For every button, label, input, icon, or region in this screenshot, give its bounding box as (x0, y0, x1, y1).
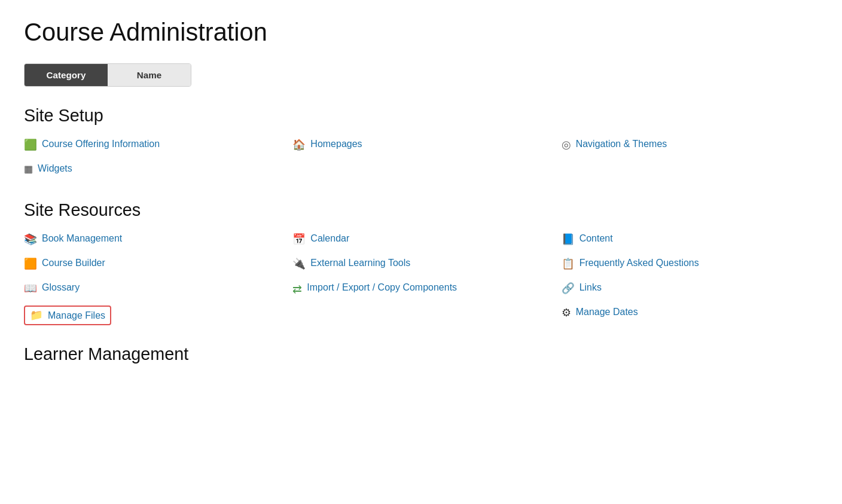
view-tabs: Category Name (24, 63, 191, 87)
course-offering-icon: 🟩 (24, 139, 37, 151)
widgets-link[interactable]: Widgets (38, 162, 72, 175)
link-glossary[interactable]: 📖 Glossary (24, 281, 280, 295)
link-navigation-themes[interactable]: ◎ Navigation & Themes (562, 138, 818, 151)
homepages-icon: 🏠 (292, 139, 306, 151)
glossary-link[interactable]: Glossary (42, 281, 80, 294)
links-link[interactable]: Links (579, 281, 602, 294)
manage-files-icon: 📁 (30, 309, 43, 322)
manage-files-link[interactable]: Manage Files (48, 310, 105, 321)
links-icon: 🔗 (562, 282, 575, 295)
faq-link[interactable]: Frequently Asked Questions (579, 256, 699, 270)
calendar-icon: 📅 (292, 233, 306, 246)
book-management-link[interactable]: Book Management (42, 232, 122, 245)
link-widgets[interactable]: ▦ Widgets (24, 162, 280, 175)
external-learning-tools-icon: 🔌 (292, 258, 306, 270)
link-book-management[interactable]: 📚 Book Management (24, 232, 280, 246)
site-resources-col-3: 📘 Content 📋 Frequently Asked Questions 🔗… (562, 232, 818, 330)
link-calendar[interactable]: 📅 Calendar (292, 232, 549, 246)
section-title-site-resources: Site Resources (24, 200, 818, 220)
site-setup-col-2: 🏠 Homepages (292, 138, 549, 186)
course-builder-icon: 🟧 (24, 258, 37, 270)
content-icon: 📘 (562, 233, 575, 246)
link-homepages[interactable]: 🏠 Homepages (292, 138, 549, 151)
navigation-themes-icon: ◎ (562, 139, 571, 151)
import-export-link[interactable]: Import / Export / Copy Components (307, 281, 457, 294)
link-external-learning-tools[interactable]: 🔌 External Learning Tools (292, 256, 549, 270)
navigation-themes-link[interactable]: Navigation & Themes (576, 138, 667, 151)
tab-name[interactable]: Name (108, 64, 191, 86)
site-resources-grid: 📚 Book Management 🟧 Course Builder 📖 Glo… (24, 232, 818, 330)
book-management-icon: 📚 (24, 233, 37, 246)
link-faq[interactable]: 📋 Frequently Asked Questions (562, 256, 818, 270)
course-builder-link[interactable]: Course Builder (42, 256, 105, 270)
section-site-setup: Site Setup 🟩 Course Offering Information… (24, 106, 818, 186)
section-title-site-setup: Site Setup (24, 106, 818, 126)
manage-dates-link[interactable]: Manage Dates (576, 306, 638, 319)
site-resources-col-1: 📚 Book Management 🟧 Course Builder 📖 Glo… (24, 232, 280, 330)
link-links[interactable]: 🔗 Links (562, 281, 818, 295)
tab-category[interactable]: Category (25, 64, 108, 86)
page-title: Course Administration (24, 18, 818, 47)
glossary-icon: 📖 (24, 282, 37, 295)
link-course-builder[interactable]: 🟧 Course Builder (24, 256, 280, 270)
faq-icon: 📋 (562, 258, 575, 270)
manage-files-wrapper: 📁 Manage Files (24, 306, 280, 325)
section-site-resources: Site Resources 📚 Book Management 🟧 Cours… (24, 200, 818, 330)
link-manage-dates[interactable]: ⚙ Manage Dates (562, 306, 818, 319)
course-offering-link[interactable]: Course Offering Information (42, 138, 160, 151)
external-learning-tools-link[interactable]: External Learning Tools (310, 256, 410, 270)
widgets-icon: ▦ (24, 163, 33, 175)
link-content[interactable]: 📘 Content (562, 232, 818, 246)
link-manage-files-highlighted[interactable]: 📁 Manage Files (24, 306, 111, 325)
site-resources-col-2: 📅 Calendar 🔌 External Learning Tools ⇄ I… (292, 232, 549, 330)
link-course-offering[interactable]: 🟩 Course Offering Information (24, 138, 280, 151)
site-setup-col-1: 🟩 Course Offering Information ▦ Widgets (24, 138, 280, 186)
link-import-export[interactable]: ⇄ Import / Export / Copy Components (292, 281, 549, 296)
content-link[interactable]: Content (579, 232, 613, 245)
site-setup-col-3: ◎ Navigation & Themes (562, 138, 818, 186)
manage-dates-icon: ⚙ (562, 307, 571, 319)
calendar-link[interactable]: Calendar (310, 232, 349, 245)
site-setup-grid: 🟩 Course Offering Information ▦ Widgets … (24, 138, 818, 186)
import-export-icon: ⇄ (292, 282, 302, 296)
section-title-learner-management: Learner Management (24, 344, 818, 364)
homepages-link[interactable]: Homepages (310, 138, 362, 151)
section-learner-management: Learner Management (24, 344, 818, 364)
